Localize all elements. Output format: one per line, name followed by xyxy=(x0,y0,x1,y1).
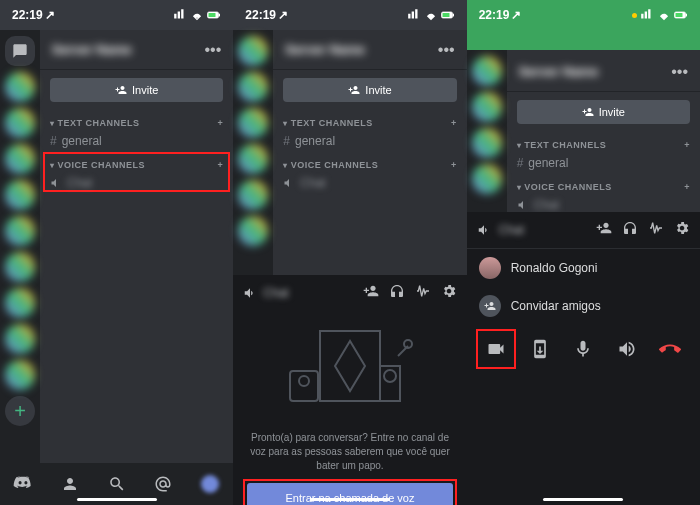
server-icon[interactable] xyxy=(238,72,268,102)
nav-profile-icon[interactable] xyxy=(199,473,221,495)
add-user-icon[interactable] xyxy=(363,283,379,303)
svg-rect-9 xyxy=(380,366,400,401)
add-user-icon xyxy=(582,106,594,118)
add-user-icon xyxy=(115,84,127,96)
screen-share-button[interactable] xyxy=(526,335,554,363)
text-channel-general[interactable]: # general xyxy=(40,130,233,152)
add-channel-icon[interactable]: + xyxy=(684,182,690,192)
status-bar: 22:19 ↗ xyxy=(0,0,233,30)
speaker-icon xyxy=(50,177,62,189)
voice-member-row[interactable]: Ronaldo Gogoni xyxy=(467,249,700,287)
join-voice-button[interactable]: Entrar na chamada de voz xyxy=(247,483,452,505)
status-bar: 22:19↗ xyxy=(233,0,466,30)
voice-connected-panel: Chat Ronaldo Gogoni Convidar amigos xyxy=(467,212,700,505)
server-icon[interactable] xyxy=(238,36,268,66)
invite-label: Invite xyxy=(132,84,158,96)
add-channel-icon[interactable]: + xyxy=(218,118,224,128)
settings-gear-icon[interactable] xyxy=(441,283,457,303)
status-time: 22:19 xyxy=(12,8,43,22)
empty-voice-illustration xyxy=(247,321,452,421)
invite-button[interactable]: Invite xyxy=(50,78,223,102)
voice-channels-header: ▾VOICE CHANNELS + xyxy=(273,152,466,172)
server-icon[interactable] xyxy=(5,180,35,210)
svg-rect-14 xyxy=(675,13,682,17)
location-icon: ↗ xyxy=(45,8,55,22)
mute-button[interactable] xyxy=(569,335,597,363)
server-icon[interactable] xyxy=(5,216,35,246)
server-icon[interactable] xyxy=(5,288,35,318)
server-icon[interactable] xyxy=(472,164,502,194)
invite-button[interactable]: Invite xyxy=(283,78,456,102)
text-channel-general[interactable]: # general xyxy=(273,130,466,152)
server-icon[interactable] xyxy=(5,252,35,282)
server-name[interactable]: Server Name xyxy=(519,64,599,79)
speaker-icon xyxy=(477,223,491,237)
dm-button[interactable] xyxy=(5,36,35,66)
server-menu-icon[interactable]: ••• xyxy=(438,41,455,59)
server-icon[interactable] xyxy=(238,144,268,174)
voice-channel-chat[interactable]: Chat xyxy=(40,172,233,194)
add-channel-icon[interactable]: + xyxy=(218,160,224,170)
server-icon[interactable] xyxy=(472,56,502,86)
invite-friends-row[interactable]: Convidar amigos xyxy=(467,287,700,325)
voice-prompt-text: Pronto(a) para conversar? Entre no canal… xyxy=(247,431,452,473)
chevron-down-icon: ▾ xyxy=(50,161,55,170)
svg-rect-2 xyxy=(219,14,220,17)
voice-channels-header: ▾VOICE CHANNELS + xyxy=(40,152,233,172)
server-menu-icon[interactable]: ••• xyxy=(205,41,222,59)
add-user-icon[interactable] xyxy=(596,220,612,240)
server-icon[interactable] xyxy=(238,216,268,246)
server-rail: + xyxy=(0,30,40,463)
add-channel-icon[interactable]: + xyxy=(451,118,457,128)
home-indicator xyxy=(310,498,390,501)
voice-channel-name: Chat xyxy=(263,286,288,300)
server-icon[interactable] xyxy=(5,324,35,354)
server-icon[interactable] xyxy=(5,144,35,174)
invite-friends-label: Convidar amigos xyxy=(511,299,601,313)
server-name[interactable]: Server Name xyxy=(285,42,365,57)
server-icon[interactable] xyxy=(472,92,502,122)
settings-gear-icon[interactable] xyxy=(674,220,690,240)
home-indicator xyxy=(543,498,623,501)
nav-mentions-icon[interactable] xyxy=(152,473,174,495)
headphones-icon[interactable] xyxy=(622,220,638,240)
add-channel-icon[interactable]: + xyxy=(451,160,457,170)
svg-rect-1 xyxy=(209,13,216,17)
connected-channel-name: Chat xyxy=(499,223,524,237)
server-name[interactable]: Server Name xyxy=(52,42,132,57)
svg-rect-4 xyxy=(442,13,449,17)
voice-channel-chat[interactable]: Chat xyxy=(273,172,466,194)
svg-rect-5 xyxy=(453,14,454,17)
screenshot-2: 22:19↗ Server Name ••• Invite xyxy=(233,0,466,505)
svg-point-8 xyxy=(299,376,309,386)
svg-point-10 xyxy=(384,370,396,382)
disconnect-button[interactable] xyxy=(656,335,684,363)
server-icon[interactable] xyxy=(5,72,35,102)
home-indicator xyxy=(77,498,157,501)
nav-search-icon[interactable] xyxy=(106,473,128,495)
screenshot-3: 22:19↗ Server Name ••• Invite ▾TEXT C xyxy=(467,0,700,505)
add-server-button[interactable]: + xyxy=(5,396,35,426)
speaker-button[interactable] xyxy=(613,335,641,363)
nav-discord-icon[interactable] xyxy=(12,473,34,495)
nav-friends-icon[interactable] xyxy=(59,473,81,495)
add-channel-icon[interactable]: + xyxy=(684,140,690,150)
text-channel-general[interactable]: # general xyxy=(507,152,700,174)
server-icon[interactable] xyxy=(5,108,35,138)
voice-channels-header: ▾VOICE CHANNELS + xyxy=(507,174,700,194)
server-icon[interactable] xyxy=(238,108,268,138)
server-icon[interactable] xyxy=(238,180,268,210)
avatar xyxy=(479,257,501,279)
invite-button[interactable]: Invite xyxy=(517,100,690,124)
add-user-icon xyxy=(479,295,501,317)
voice-controls xyxy=(467,325,700,383)
text-channels-header: ▾TEXT CHANNELS + xyxy=(507,132,700,152)
server-menu-icon[interactable]: ••• xyxy=(671,63,688,81)
server-icon[interactable] xyxy=(472,128,502,158)
video-button[interactable] xyxy=(482,335,510,363)
text-channels-header: ▾TEXT CHANNELS + xyxy=(273,110,466,130)
noise-suppression-icon[interactable] xyxy=(415,283,431,303)
server-icon[interactable] xyxy=(5,360,35,390)
noise-suppression-icon[interactable] xyxy=(648,220,664,240)
headphones-icon[interactable] xyxy=(389,283,405,303)
